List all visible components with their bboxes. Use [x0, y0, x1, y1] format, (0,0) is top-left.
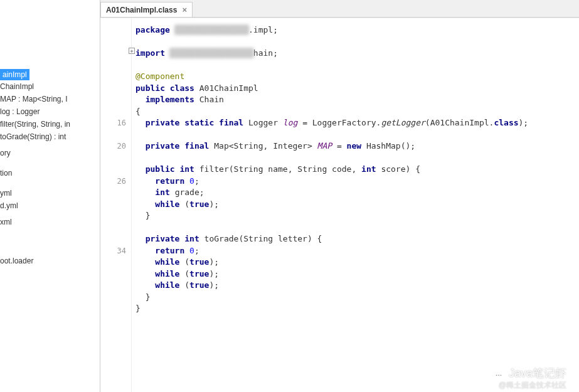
gutter-line: 34 [100, 245, 126, 257]
gutter-line [100, 71, 126, 83]
sidebar-item[interactable]: toGrade(String) : int [0, 130, 100, 143]
gutter-line [100, 60, 126, 72]
end: ); [209, 269, 219, 278]
end: ); [209, 280, 219, 290]
sidebar-item[interactable]: yml [0, 187, 100, 199]
params: (String letter) { [238, 234, 322, 243]
editor-tabs: A01ChainImpl.class × [100, 0, 579, 18]
sidebar-item[interactable]: tion [0, 167, 100, 179]
gutter-line [100, 257, 126, 268]
wechat-icon: … [492, 367, 505, 379]
class-name: A01ChainImpl [199, 83, 258, 93]
kw-return: return [155, 246, 184, 255]
params: (String name, String code, [229, 164, 357, 174]
end: ); [209, 257, 219, 267]
sidebar-item[interactable]: ChainImpl [0, 80, 100, 93]
code-content[interactable]: package ▓▓▓▓▓▓▓▓▓▓▓▓▓▓▓.impl; import ▓▓▓… [132, 18, 579, 392]
tab-label: A01ChainImpl.class [106, 6, 177, 14]
sidebar-item[interactable]: MAP : Map<String, I [0, 93, 100, 105]
watermark-text: Java笔记虾 [509, 366, 566, 381]
redacted-text: ▓▓▓▓▓▓▓▓▓▓▓▓▓▓▓ [175, 25, 248, 34]
kw-return: return [155, 176, 184, 186]
eq: = [302, 118, 307, 127]
kw-import: import [135, 48, 165, 58]
gutter-line [100, 36, 126, 48]
params-end: score) { [381, 164, 420, 174]
args: (A01ChainImpl. [425, 118, 494, 127]
gutter-line [100, 164, 126, 176]
sidebar-item[interactable]: xml [0, 216, 100, 228]
ctor: HashMap(); [366, 141, 415, 151]
semi: ; [194, 246, 199, 255]
brace: { [135, 107, 141, 116]
kw-private-static-final: private static final [146, 118, 244, 127]
app-root: ainImpl ChainImpl MAP : Map<String, I lo… [0, 0, 579, 392]
brace: } [146, 292, 151, 302]
interface-name: Chain [199, 95, 224, 104]
kw-class: class [494, 118, 518, 127]
gutter-line [100, 222, 126, 234]
sidebar-item[interactable]: ory [0, 147, 100, 159]
gutter-line [100, 187, 126, 199]
kw-private-int: private int [146, 234, 199, 243]
line-gutter: + 16 20 26 34 [100, 18, 132, 392]
gutter-line [100, 199, 126, 211]
gutter-line [100, 129, 126, 141]
gutter-line [100, 83, 126, 95]
editor-area: A01ChainImpl.class × + 16 20 26 [100, 0, 579, 392]
gutter-line: 20 [100, 140, 126, 152]
editor-body: + 16 20 26 34 [100, 18, 579, 392]
gutter-line [100, 268, 126, 280]
end: ); [209, 199, 219, 209]
kw-while: while [155, 257, 179, 267]
gutter-line [100, 233, 126, 245]
redacted-text: ▓▓▓▓▓▓▓▓▓▓▓▓▓▓▓▓▓ [170, 48, 253, 58]
editor-tab[interactable]: A01ChainImpl.class × [100, 2, 193, 17]
gutter-line [100, 24, 126, 36]
code-text: .impl; [248, 25, 278, 34]
paren: ( [184, 280, 189, 290]
gutter-line [100, 292, 126, 304]
gutter-line [100, 152, 126, 164]
gutter-line [100, 280, 126, 292]
kw-true: true [189, 199, 209, 209]
brace: } [135, 304, 141, 313]
number: 0 [189, 176, 194, 186]
paren: ( [184, 257, 189, 267]
var: grade; [175, 188, 205, 197]
gutter-line [100, 94, 126, 106]
kw-public-int: public int [146, 164, 194, 174]
kw-int: int [361, 164, 376, 174]
method-call: getLogger [381, 118, 425, 127]
method-name: filter [199, 164, 229, 174]
gutter-line: 26 [100, 176, 126, 188]
kw-int: int [155, 188, 169, 197]
brace: } [146, 211, 151, 220]
gutter-line [100, 106, 126, 118]
sidebar-item[interactable]: d.yml [0, 199, 100, 212]
sidebar-item[interactable]: filter(String, String, in [0, 118, 100, 130]
sidebar-item-selected[interactable]: ainImpl [0, 69, 29, 80]
gutter-line [100, 48, 126, 60]
annotation: @Component [135, 72, 184, 81]
method-name: toGrade [205, 234, 239, 243]
kw-package: package [135, 25, 170, 34]
sidebar-item[interactable]: log : Logger [0, 105, 100, 118]
kw-true: true [189, 269, 209, 278]
gutter-line: 16 [100, 117, 126, 129]
field-name: MAP [317, 141, 332, 151]
code-text: hain; [253, 48, 278, 58]
structure-sidebar: ainImpl ChainImpl MAP : Map<String, I lo… [0, 0, 100, 392]
type: Map<String, Integer> [214, 141, 312, 151]
kw-public-class: public class [135, 83, 194, 93]
fold-icon[interactable]: + [129, 48, 135, 54]
semi: ; [194, 176, 199, 186]
watermark: … Java笔记虾 [492, 366, 566, 381]
kw-while: while [155, 280, 179, 290]
close-icon[interactable]: × [182, 5, 187, 14]
watermark-sub: @稀土掘金技术社区 [499, 380, 566, 391]
sidebar-item[interactable]: oot.loader [0, 255, 100, 267]
kw-implements: implements [146, 95, 194, 104]
eq: = [337, 141, 342, 151]
class-ref: LoggerFactory [312, 118, 376, 127]
